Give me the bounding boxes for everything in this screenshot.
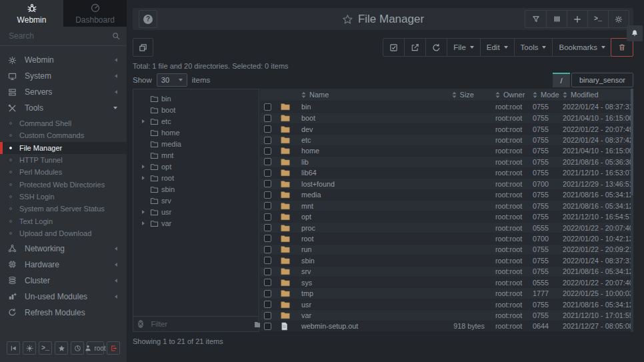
row-checkbox[interactable]	[264, 213, 271, 221]
table-row[interactable]: mnt root:root 0755 2021/08/16 - 05:34:12	[260, 200, 633, 211]
row-checkbox[interactable]	[264, 312, 271, 319]
tree-item[interactable]: media	[133, 138, 259, 149]
table-row[interactable]: boot root:root 0755 2021/04/10 - 16:15:0…	[260, 112, 633, 123]
sidebar-submenu-item[interactable]: System and Server Status	[0, 203, 127, 215]
file-name[interactable]: srv	[296, 267, 424, 275]
tree-item[interactable]: usr	[133, 206, 259, 217]
favorites-star-button[interactable]	[55, 341, 68, 355]
tab-dashboard[interactable]: Dashboard	[63, 0, 127, 27]
favorite-star-icon[interactable]	[342, 14, 353, 25]
export-button[interactable]	[404, 39, 425, 56]
logout-button[interactable]	[107, 341, 120, 355]
bookmark-binary-sensor[interactable]: binary_sensor	[571, 73, 633, 87]
table-row[interactable]: webmin-setup.out 918 bytes root:root 064…	[260, 321, 633, 331]
file-name[interactable]: lost+found	[296, 180, 424, 188]
file-name[interactable]: dev	[296, 125, 424, 133]
tree-caret-icon[interactable]	[142, 153, 150, 157]
clear-filter-icon[interactable]: ✕	[138, 320, 143, 328]
menu-edit[interactable]: Edit	[480, 39, 514, 56]
table-row[interactable]: sys root:root 0555 2022/01/22 - 20:07:40	[260, 277, 633, 287]
tree-caret-icon[interactable]	[142, 187, 150, 191]
sidebar-item-refresh-modules[interactable]: Refresh Modules	[0, 305, 127, 321]
file-name[interactable]: boot	[296, 114, 424, 122]
table-row[interactable]: media root:root 0755 2021/08/16 - 05:34:…	[260, 189, 633, 200]
terminal-button-header[interactable]: >_	[587, 11, 608, 27]
table-row[interactable]: etc root:root 0755 2022/01/24 - 08:37:42	[260, 134, 633, 145]
sidebar-item-tools[interactable]: Tools	[0, 100, 127, 116]
tree-item[interactable]: sbin	[133, 183, 259, 195]
table-row[interactable]: bin root:root 0755 2022/01/24 - 08:37:31	[260, 101, 633, 112]
sidebar-item-system[interactable]: System	[0, 68, 127, 84]
file-name[interactable]: media	[296, 191, 424, 199]
row-checkbox[interactable]	[264, 323, 271, 330]
file-name[interactable]: opt	[296, 213, 424, 221]
file-name[interactable]: lib	[296, 158, 424, 166]
file-name[interactable]: proc	[296, 224, 424, 232]
tree-caret-icon[interactable]	[142, 108, 150, 112]
column-header-owner[interactable]: Owner	[487, 91, 529, 99]
table-row[interactable]: usr root:root 0755 2021/08/16 - 05:34:12	[260, 299, 633, 309]
tree-item[interactable]: boot	[133, 104, 259, 115]
table-row[interactable]: tmp root:root 1777 2022/01/25 - 10:00:03	[260, 287, 633, 298]
menu-bookmarks[interactable]: Bookmarks	[552, 39, 611, 56]
sidebar-submenu-item[interactable]: Perl Modules	[0, 166, 127, 178]
sidebar-submenu-item[interactable]: File Manager	[0, 142, 127, 154]
file-name[interactable]: webmin-setup.out	[296, 322, 424, 330]
column-header-size[interactable]: Size	[424, 91, 487, 99]
tree-caret-icon[interactable]	[142, 142, 150, 146]
language-globe-button[interactable]	[71, 341, 84, 355]
table-row[interactable]: proc root:root 0555 2022/01/22 - 20:07:4…	[260, 222, 633, 233]
sidebar-item-networking[interactable]: Networking	[0, 241, 127, 257]
table-row[interactable]: lib root:root 0755 2021/08/16 - 05:36:30	[260, 156, 633, 167]
tree-item[interactable]: mnt	[133, 149, 259, 161]
sidebar-submenu-item[interactable]: HTTP Tunnel	[0, 154, 127, 166]
tree-caret-icon[interactable]	[142, 221, 150, 225]
column-header-name[interactable]: Name	[296, 91, 424, 99]
refresh-button[interactable]	[425, 39, 447, 56]
row-checkbox[interactable]	[264, 169, 271, 177]
tree-item[interactable]: etc	[133, 115, 259, 127]
table-row[interactable]: opt root:root 0755 2021/12/10 - 16:54:57	[260, 211, 633, 221]
sidebar-submenu-item[interactable]: Custom Commands	[0, 129, 127, 141]
table-row[interactable]: home root:root 0755 2021/04/10 - 16:15:0…	[260, 145, 633, 156]
sidebar-item-unused-modules[interactable]: Un-used Modules	[0, 289, 127, 305]
file-name[interactable]: run	[296, 245, 424, 253]
help-button[interactable]: ?	[139, 10, 157, 28]
sidebar-item-hardware[interactable]: Hardware	[0, 257, 127, 273]
tree-item[interactable]: srv	[133, 195, 259, 206]
sidebar-submenu-item[interactable]: SSH Login	[0, 191, 127, 203]
row-checkbox[interactable]	[264, 268, 271, 275]
row-checkbox[interactable]	[264, 137, 271, 144]
file-name[interactable]: bin	[296, 103, 424, 111]
row-checkbox[interactable]	[264, 290, 271, 297]
tree-item[interactable]: home	[133, 127, 259, 138]
file-name[interactable]: tmp	[296, 289, 424, 297]
tree-item[interactable]: root	[133, 172, 259, 183]
row-checkbox[interactable]	[264, 103, 271, 111]
path-root-button[interactable]: /	[553, 73, 570, 87]
search-input[interactable]	[9, 31, 112, 41]
columns-button[interactable]	[546, 11, 567, 27]
file-name[interactable]: mnt	[296, 202, 424, 210]
table-row[interactable]: sbin root:root 0755 2022/01/24 - 08:37:3…	[260, 255, 633, 265]
row-checkbox[interactable]	[264, 180, 271, 187]
row-checkbox[interactable]	[264, 158, 271, 165]
table-scrollbar[interactable]	[631, 89, 633, 332]
table-row[interactable]: root root:root 0700 2022/01/20 - 10:42:1…	[260, 233, 633, 243]
copy-path-button[interactable]	[133, 38, 153, 57]
tree-caret-icon[interactable]	[142, 176, 150, 180]
theme-sun-icon-button[interactable]	[23, 341, 36, 355]
filter-funnel-button[interactable]	[525, 11, 546, 27]
table-row[interactable]: run root:root 0755 2022/01/22 - 20:09:21	[260, 244, 633, 255]
file-name[interactable]: sbin	[296, 257, 424, 265]
row-checkbox[interactable]	[264, 246, 271, 253]
table-row[interactable]: var root:root 0755 2021/12/10 - 17:01:55	[260, 309, 633, 320]
sidebar-submenu-item[interactable]: Command Shell	[0, 117, 127, 129]
column-header-mode[interactable]: Mode	[529, 91, 559, 99]
page-size-select[interactable]: 30	[157, 73, 187, 87]
file-name[interactable]: lib64	[296, 169, 424, 177]
table-row[interactable]: srv root:root 0755 2021/08/16 - 05:34:12	[260, 266, 633, 277]
file-name[interactable]: var	[296, 311, 424, 319]
tree-caret-icon[interactable]	[142, 131, 150, 135]
collapse-sidebar-button[interactable]	[7, 341, 20, 355]
